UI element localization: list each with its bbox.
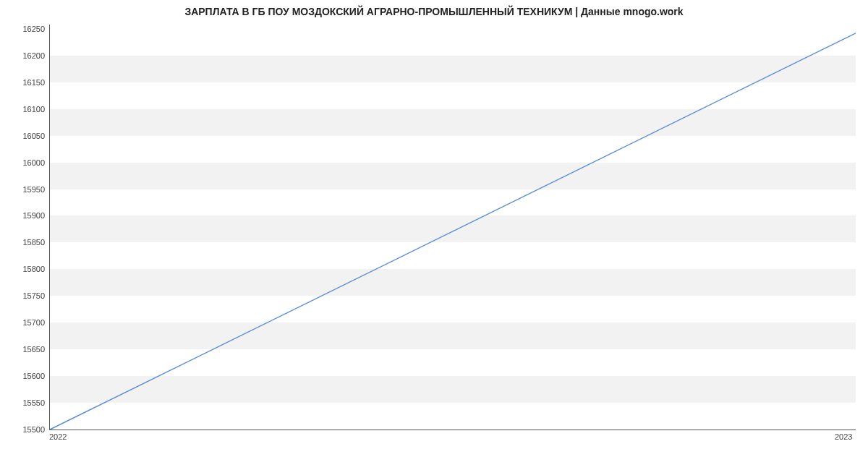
y-tick-label: 16000 — [6, 158, 45, 167]
y-tick-label: 16200 — [6, 51, 45, 60]
y-tick-label: 15650 — [6, 345, 45, 354]
y-tick-label: 16100 — [6, 105, 45, 114]
y-tick-label: 16050 — [6, 132, 45, 140]
x-tick-label: 2023 — [835, 432, 852, 441]
y-tick-label: 15950 — [6, 185, 45, 194]
y-tick-label: 16150 — [6, 78, 45, 87]
y-tick-label: 16250 — [6, 25, 45, 33]
y-tick-label: 15600 — [6, 372, 45, 380]
chart-container: ЗАРПЛАТА В ГБ ПОУ МОЗДОКСКИЙ АГРАРНО-ПРО… — [0, 0, 868, 470]
y-tick-label: 15750 — [6, 291, 45, 300]
plot-area — [49, 25, 856, 430]
y-tick-label: 15850 — [6, 238, 45, 247]
y-tick-label: 15550 — [6, 398, 45, 407]
chart-title: ЗАРПЛАТА В ГБ ПОУ МОЗДОКСКИЙ АГРАРНО-ПРО… — [0, 6, 868, 17]
y-tick-label: 15900 — [6, 211, 45, 220]
x-tick-label: 2022 — [49, 432, 67, 441]
y-tick-label: 15500 — [6, 425, 45, 434]
data-line — [50, 33, 856, 430]
chart-line-layer — [50, 25, 856, 430]
y-tick-label: 15800 — [6, 265, 45, 273]
y-tick-label: 15700 — [6, 318, 45, 327]
